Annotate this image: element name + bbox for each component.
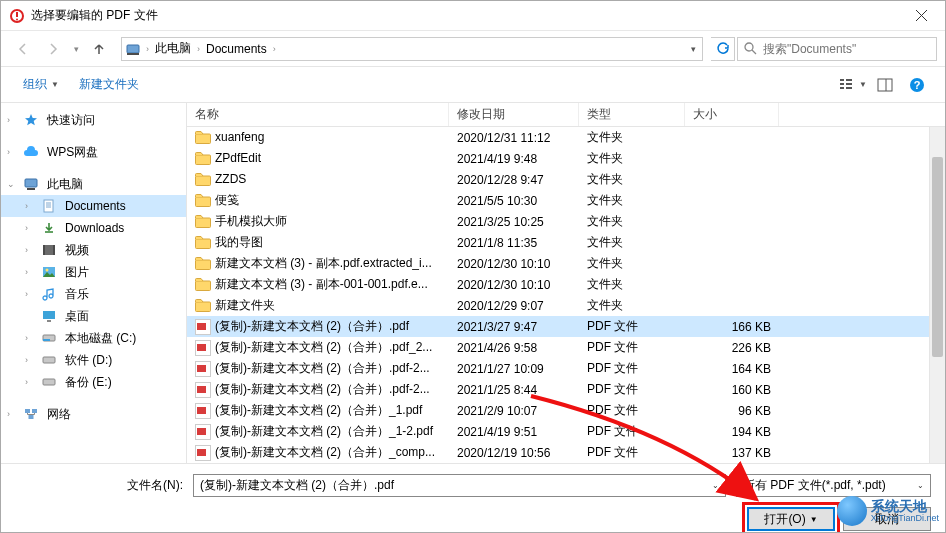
navbar: ▾ › 此电脑 › Documents › ▾ <box>1 31 945 67</box>
cell-size: 166 KB <box>685 320 779 334</box>
body: › 快速访问 › WPS网盘 ⌄ 此电脑 › Documents › Downl… <box>1 103 945 463</box>
svg-point-2 <box>16 18 18 20</box>
column-header-type[interactable]: 类型 <box>579 103 685 126</box>
chevron-right-icon[interactable]: › <box>25 333 37 343</box>
breadcrumb[interactable]: › 此电脑 › Documents › ▾ <box>121 37 703 61</box>
chevron-right-icon[interactable]: › <box>25 267 37 277</box>
scrollbar-thumb[interactable] <box>932 157 943 357</box>
chevron-right-icon[interactable]: › <box>25 355 37 365</box>
cell-name: ZPdfEdit <box>187 151 449 167</box>
refresh-button[interactable] <box>711 37 735 61</box>
sidebar-item-music[interactable]: › 音乐 <box>1 283 186 305</box>
column-header-name[interactable]: 名称 <box>187 103 449 126</box>
titlebar: 选择要编辑的 PDF 文件 <box>1 1 945 31</box>
svg-rect-5 <box>127 45 139 53</box>
chevron-down-icon[interactable]: ⌄ <box>708 481 719 490</box>
file-row[interactable]: 手机模拟大师2021/3/25 10:25文件夹 <box>187 211 945 232</box>
sidebar-item-drive-c[interactable]: › 本地磁盘 (C:) <box>1 327 186 349</box>
file-row[interactable]: xuanfeng2020/12/31 11:12文件夹 <box>187 127 945 148</box>
chevron-right-icon[interactable]: › <box>25 377 37 387</box>
new-folder-button[interactable]: 新建文件夹 <box>71 72 147 97</box>
up-button[interactable] <box>85 37 113 61</box>
file-row[interactable]: (复制)-新建文本文档 (2)（合并）.pdf-2...2021/1/27 10… <box>187 358 945 379</box>
breadcrumb-seg-thispc[interactable]: 此电脑 <box>151 38 195 60</box>
history-dropdown[interactable]: ▾ <box>69 44 83 54</box>
file-row[interactable]: 新建文件夹2020/12/29 9:07文件夹 <box>187 295 945 316</box>
close-button[interactable] <box>899 1 943 31</box>
sidebar-item-label: 软件 (D:) <box>65 352 112 369</box>
chevron-right-icon[interactable]: › <box>7 147 19 157</box>
chevron-right-icon[interactable]: › <box>25 223 37 233</box>
file-row[interactable]: 新建文本文档 (3) - 副本.pdf.extracted_i...2020/1… <box>187 253 945 274</box>
open-button[interactable]: 打开(O) ▼ <box>747 507 835 531</box>
scrollbar[interactable] <box>929 127 945 463</box>
sidebar-item-wps-cloud[interactable]: › WPS网盘 <box>1 141 186 163</box>
svg-rect-11 <box>840 87 844 89</box>
file-row[interactable]: (复制)-新建文本文档 (2)（合并）.pdf_2...2021/4/26 9:… <box>187 337 945 358</box>
filename-combobox[interactable]: ⌄ <box>193 474 726 497</box>
cell-date: 2020/12/28 9:47 <box>449 173 579 187</box>
chevron-right-icon[interactable]: › <box>25 245 37 255</box>
search-input[interactable] <box>763 42 930 56</box>
organize-menu[interactable]: 组织 ▼ <box>15 72 67 97</box>
file-row[interactable]: (复制)-新建文本文档 (2)（合并）.pdf2021/3/27 9:47PDF… <box>187 316 945 337</box>
sidebar-item-drive-e[interactable]: › 备份 (E:) <box>1 371 186 393</box>
filetype-select[interactable]: 所有 PDF 文件(*.pdf, *.pdt) ⌄ <box>736 474 931 497</box>
file-row[interactable]: ZPdfEdit2021/4/19 9:48文件夹 <box>187 148 945 169</box>
filetype-value: 所有 PDF 文件(*.pdf, *.pdt) <box>743 477 886 494</box>
sidebar-item-downloads[interactable]: › Downloads <box>1 217 186 239</box>
forward-button[interactable] <box>39 37 67 61</box>
chevron-right-icon[interactable]: › <box>25 289 37 299</box>
sidebar-item-videos[interactable]: › 视频 <box>1 239 186 261</box>
help-button[interactable]: ? <box>903 73 931 97</box>
cancel-button[interactable]: 取消 <box>843 507 931 531</box>
chevron-right-icon[interactable]: › <box>7 115 19 125</box>
sidebar-item-desktop[interactable]: 桌面 <box>1 305 186 327</box>
file-row[interactable]: ZZDS2020/12/28 9:47文件夹 <box>187 169 945 190</box>
documents-icon <box>41 198 57 214</box>
file-row[interactable]: (复制)-新建文本文档 (2)（合并）.pdf-2...2021/1/25 8:… <box>187 379 945 400</box>
chevron-right-icon[interactable]: › <box>7 409 19 419</box>
svg-rect-40 <box>196 134 211 144</box>
breadcrumb-dropdown[interactable]: ▾ <box>684 44 702 54</box>
view-mode-button[interactable]: ▼ <box>839 73 867 97</box>
chevron-right-icon[interactable]: › <box>195 44 202 54</box>
file-row[interactable]: 新建文本文档 (3) - 副本-001-001.pdf.e...2020/12/… <box>187 274 945 295</box>
sidebar-item-documents[interactable]: › Documents <box>1 195 186 217</box>
sidebar-item-pictures[interactable]: › 图片 <box>1 261 186 283</box>
file-row[interactable]: 我的导图2021/1/8 11:35文件夹 <box>187 232 945 253</box>
cell-date: 2020/12/19 10:56 <box>449 446 579 460</box>
pdf-icon <box>195 403 211 419</box>
column-header-size[interactable]: 大小 <box>685 103 779 126</box>
file-row[interactable]: 便笺2021/5/5 10:30文件夹 <box>187 190 945 211</box>
sidebar-item-this-pc[interactable]: ⌄ 此电脑 <box>1 173 186 195</box>
sidebar-item-network[interactable]: › 网络 <box>1 403 186 425</box>
music-icon <box>41 286 57 302</box>
chevron-right-icon[interactable]: › <box>144 44 151 54</box>
chevron-down-icon[interactable]: ⌄ <box>913 481 924 490</box>
svg-rect-43 <box>196 197 211 207</box>
chevron-right-icon[interactable]: › <box>271 44 278 54</box>
sidebar-item-quick-access[interactable]: › 快速访问 <box>1 109 186 131</box>
cell-size: 164 KB <box>685 362 779 376</box>
breadcrumb-seg-documents[interactable]: Documents <box>202 38 271 60</box>
sidebar-item-drive-d[interactable]: › 软件 (D:) <box>1 349 186 371</box>
sidebar-item-label: WPS网盘 <box>47 144 98 161</box>
column-header-date[interactable]: 修改日期 <box>449 103 579 126</box>
preview-pane-button[interactable] <box>871 73 899 97</box>
file-row[interactable]: (复制)-新建文本文档 (2)（合并）_comp...2020/12/19 10… <box>187 442 945 463</box>
chevron-down-icon[interactable]: ⌄ <box>7 179 19 189</box>
file-row[interactable]: (复制)-新建文本文档 (2)（合并）_1.pdf2021/2/9 10:07P… <box>187 400 945 421</box>
breadcrumb-root-icon[interactable] <box>122 42 144 56</box>
cell-name: 我的导图 <box>187 234 449 251</box>
filename-input[interactable] <box>200 479 708 493</box>
svg-rect-13 <box>846 83 852 85</box>
pictures-icon <box>41 264 57 280</box>
chevron-right-icon[interactable]: › <box>25 201 37 211</box>
file-row[interactable]: (复制)-新建文本文档 (2)（合并）_1-2.pdf2021/4/19 9:5… <box>187 421 945 442</box>
back-button[interactable] <box>9 37 37 61</box>
search-box[interactable] <box>737 37 937 61</box>
cell-type: 文件夹 <box>579 192 685 209</box>
cell-size: 194 KB <box>685 425 779 439</box>
footer: 文件名(N): ⌄ 所有 PDF 文件(*.pdf, *.pdt) ⌄ 打开(O… <box>1 463 945 533</box>
